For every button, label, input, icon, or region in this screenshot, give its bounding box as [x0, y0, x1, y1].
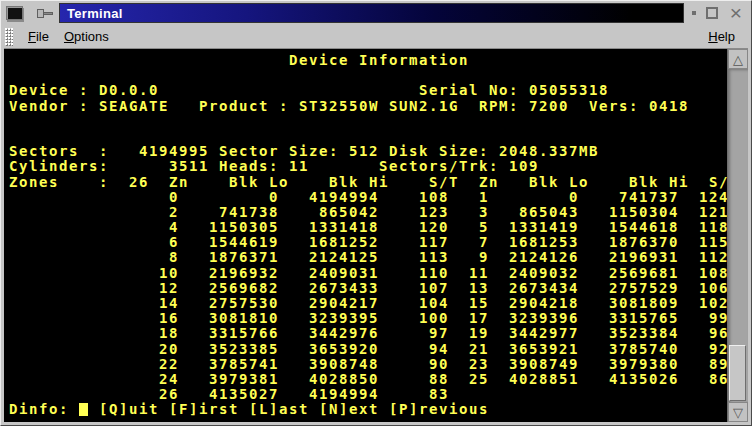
file-mnemonic: F — [28, 29, 36, 44]
scrollbar-track[interactable] — [728, 69, 748, 402]
scrollbar-thumb[interactable] — [729, 345, 746, 401]
terminal-line: 18 3315766 3442976 97 19 3442977 3523384… — [9, 326, 727, 341]
status-prompt: Dinfo: — [9, 401, 79, 417]
terminal-line: Cylinders: 3511 Heads: 11 Sectors/Trk: 1… — [9, 159, 727, 174]
pushpin-shaft — [44, 12, 53, 15]
text-cursor — [79, 403, 88, 416]
menu-item-file[interactable]: File — [28, 29, 49, 44]
scrollbar[interactable]: △ ▽ — [727, 49, 748, 422]
help-mnemonic: H — [708, 29, 717, 44]
options-label: ptions — [74, 29, 109, 44]
terminal-line — [9, 68, 727, 83]
terminal-line: 20 3523385 3653920 94 21 3653921 3785740… — [9, 342, 727, 357]
terminal-line: 2 741738 865042 123 3 865043 1150304 121 — [9, 205, 727, 220]
status-commands: [Q]uit [F]irst [L]ast [N]ext [P]revious — [89, 401, 489, 417]
maximize-button[interactable] — [706, 7, 718, 19]
window-title: Terminal — [60, 6, 123, 21]
terminal-line: Sectors : 4194995 Sector Size: 512 Disk … — [9, 144, 727, 159]
close-button[interactable]: × — [728, 6, 744, 20]
terminal-line: 10 2196932 2409031 110 11 2409032 256968… — [9, 266, 727, 281]
pushpin-icon[interactable] — [37, 9, 53, 18]
menu-item-options[interactable]: Options — [64, 29, 109, 44]
terminal-line: 26 4135027 4194994 83 — [9, 387, 727, 402]
terminal-line: 12 2569682 2673433 107 13 2673434 275752… — [9, 281, 727, 296]
scroll-up-icon: △ — [733, 53, 743, 66]
menubar-grip-handle[interactable] — [5, 28, 13, 46]
terminal-window: Terminal × File Options Help Device Info… — [0, 0, 752, 426]
options-mnemonic: O — [64, 29, 74, 44]
help-label: elp — [718, 29, 735, 44]
terminal-line: Vendor : SEAGATE Product : ST32550W SUN2… — [9, 99, 727, 114]
terminal-line: 8 1876371 2124125 113 9 2124126 2196931 … — [9, 250, 727, 265]
status-line: Dinfo: [Q]uit [F]irst [L]ast [N]ext [P]r… — [9, 402, 727, 417]
terminal-line: 6 1544619 1681252 117 7 1681253 1876370 … — [9, 235, 727, 250]
terminal-line: 22 3785741 3908748 90 23 3908749 3979380… — [9, 357, 727, 372]
terminal-icon[interactable] — [6, 6, 23, 20]
minimize-button[interactable] — [692, 11, 696, 15]
terminal-screen[interactable]: Device InformationDevice : D0.0.0 Serial… — [4, 49, 727, 422]
file-label: ile — [36, 29, 49, 44]
pushpin-head — [37, 9, 44, 18]
menu-item-help[interactable]: Help — [708, 29, 735, 44]
terminal-line: 0 0 4194994 108 1 0 741737 124 — [9, 190, 727, 205]
menubar: File Options Help — [4, 25, 748, 49]
terminal-line: Device Information — [9, 53, 727, 68]
terminal-line: 16 3081810 3239395 100 17 3239396 331576… — [9, 311, 727, 326]
terminal-line: 24 3979381 4028850 88 25 4028851 4135026… — [9, 372, 727, 387]
terminal-line — [9, 114, 727, 129]
scroll-down-button[interactable]: ▽ — [728, 402, 748, 422]
terminal-line — [9, 129, 727, 144]
terminal-line: 14 2757530 2904217 104 15 2904218 308180… — [9, 296, 727, 311]
terminal-line: 4 1150305 1331418 120 5 1331419 1544618 … — [9, 220, 727, 235]
scroll-down-icon: ▽ — [733, 406, 743, 419]
titlebar-gradient: Terminal — [59, 3, 684, 23]
window-body: Device InformationDevice : D0.0.0 Serial… — [4, 49, 748, 422]
titlebar[interactable]: Terminal × — [4, 3, 748, 23]
terminal-line: Device : D0.0.0 Serial No: 05055318 — [9, 83, 727, 98]
window-buttons: × — [692, 6, 744, 20]
scroll-up-button[interactable]: △ — [728, 49, 748, 69]
terminal-line: Zones : 26 Zn Blk Lo Blk Hi S/T Zn Blk L… — [9, 175, 727, 190]
